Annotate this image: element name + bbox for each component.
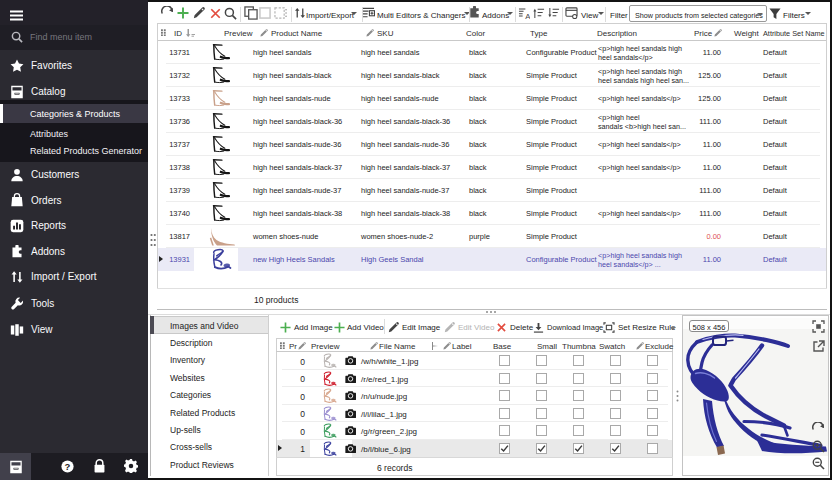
svg-text:A: A [525,12,530,19]
svg-text:?: ? [65,461,71,472]
